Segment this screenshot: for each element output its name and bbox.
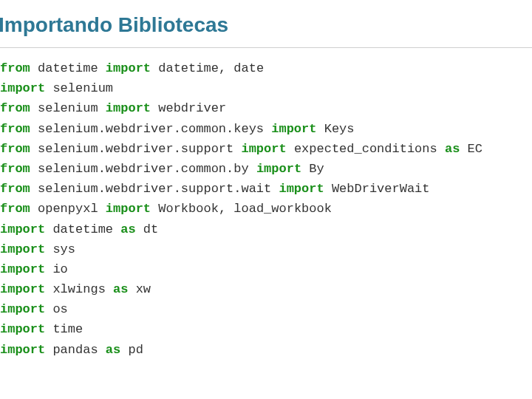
text-token: time: [45, 322, 83, 336]
text-token: EC: [460, 142, 482, 156]
keyword-token: import: [0, 322, 45, 336]
keyword-token: import: [0, 302, 45, 316]
code-line: import sys: [0, 239, 532, 259]
code-line: import time: [0, 319, 532, 339]
keyword-token: as: [120, 222, 135, 236]
keyword-token: from: [0, 162, 30, 176]
keyword-token: as: [106, 343, 120, 357]
text-token: WebDriverWait: [324, 182, 430, 196]
keyword-token: as: [113, 282, 128, 296]
text-token: Workbook, load_workbook: [151, 202, 332, 216]
text-token: datetime, date: [151, 61, 264, 75]
keyword-token: import: [271, 122, 316, 136]
text-token: selenium.webdriver.common.keys: [30, 122, 271, 136]
text-token: xlwings: [45, 282, 113, 296]
code-line: import xlwings as xw: [0, 279, 532, 299]
text-token: webdriver: [151, 101, 226, 115]
keyword-token: from: [0, 142, 30, 156]
keyword-token: import: [0, 81, 45, 95]
keyword-token: from: [0, 122, 30, 136]
text-token: pd: [120, 343, 143, 357]
code-line: from datetime import datetime, date: [0, 58, 532, 78]
keyword-token: import: [0, 262, 45, 276]
code-line: from selenium import webdriver: [0, 98, 532, 118]
code-line: from selenium.webdriver.common.by import…: [0, 159, 532, 179]
text-token: datetime: [30, 61, 106, 75]
text-token: selenium: [45, 81, 113, 95]
keyword-token: import: [0, 282, 45, 296]
keyword-token: import: [256, 162, 301, 176]
text-token: selenium.webdriver.support: [30, 142, 242, 156]
keyword-token: import: [279, 182, 324, 196]
keyword-token: import: [106, 101, 151, 115]
text-token: selenium.webdriver.common.by: [30, 162, 256, 176]
text-token: selenium: [30, 101, 106, 115]
keyword-token: import: [0, 222, 45, 236]
code-line: from selenium.webdriver.support import e…: [0, 139, 532, 159]
keyword-token: import: [0, 242, 45, 256]
keyword-token: from: [0, 101, 30, 115]
text-token: io: [45, 262, 68, 276]
text-token: xw: [128, 282, 151, 296]
text-token: os: [45, 302, 68, 316]
text-token: sys: [45, 242, 75, 256]
text-token: By: [301, 162, 324, 176]
code-line: from selenium.webdriver.common.keys impo…: [0, 119, 532, 139]
code-line: import selenium: [0, 78, 532, 98]
keyword-token: import: [0, 343, 45, 357]
keyword-token: as: [445, 142, 460, 156]
text-token: pandas: [45, 343, 106, 357]
code-block: from datetime import datetime, dateimpor…: [0, 47, 532, 360]
code-line: import os: [0, 299, 532, 319]
keyword-token: from: [0, 182, 30, 196]
text-token: openpyxl: [30, 202, 106, 216]
code-line: import datetime as dt: [0, 219, 532, 239]
text-token: Keys: [316, 122, 354, 136]
keyword-token: import: [241, 142, 286, 156]
section-heading: Importando Bibliotecas: [0, 0, 532, 47]
text-token: datetime: [45, 222, 120, 236]
text-token: selenium.webdriver.support.wait: [30, 182, 279, 196]
code-line: from openpyxl import Workbook, load_work…: [0, 199, 532, 219]
keyword-token: import: [106, 61, 151, 75]
keyword-token: from: [0, 202, 30, 216]
text-token: dt: [136, 222, 159, 236]
code-line: from selenium.webdriver.support.wait imp…: [0, 179, 532, 199]
text-token: expected_conditions: [287, 142, 445, 156]
code-line: import pandas as pd: [0, 340, 532, 360]
keyword-token: from: [0, 61, 30, 75]
keyword-token: import: [106, 202, 151, 216]
code-line: import io: [0, 259, 532, 279]
